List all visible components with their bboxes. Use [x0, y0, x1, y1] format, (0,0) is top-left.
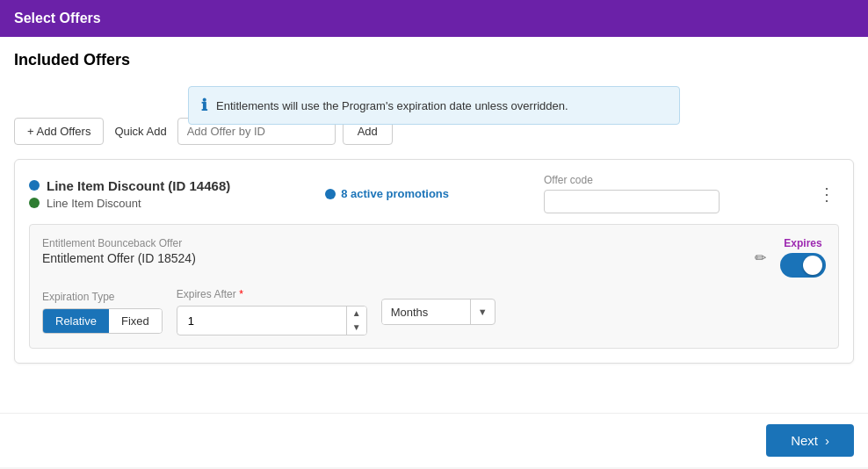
info-banner-text: Entitlements will use the Program's expi…	[216, 99, 568, 112]
toggle-slider	[780, 253, 826, 278]
fixed-button[interactable]: Fixed	[109, 309, 162, 333]
edit-icon[interactable]: ✏	[755, 249, 766, 266]
entitlement-title: Entitlement Bounceback Offer	[42, 237, 196, 249]
next-button[interactable]: Next ›	[766, 424, 854, 457]
entitlement-right: ✏ Expires	[755, 237, 826, 278]
required-star: *	[239, 288, 243, 300]
offer-title-section: Line Item Discount (ID 14468) Line Item …	[29, 178, 230, 210]
offer-code-section: Offer code	[544, 174, 720, 213]
status-dot-blue	[29, 180, 40, 191]
bottom-bar: Next ›	[0, 413, 868, 467]
quick-add-label: Quick Add	[111, 125, 170, 138]
expires-after-label: Expires After *	[177, 288, 367, 300]
content-area: Included Offers ℹ Entitlements will use …	[0, 37, 868, 467]
offer-card: Line Item Discount (ID 14468) Line Item …	[14, 159, 854, 364]
expires-after-input[interactable]	[177, 309, 346, 333]
add-offers-button[interactable]: + Add Offers	[14, 118, 104, 145]
expiration-type-buttons: Relative Fixed	[42, 308, 163, 334]
expiration-type-wrapper: Expiration Type Relative Fixed	[42, 291, 163, 334]
expires-section: Expires	[780, 237, 826, 278]
expires-after-input-wrapper: ▲ ▼	[177, 306, 367, 336]
entitlement-name: Entitlement Offer (ID 18524)	[42, 251, 196, 265]
offer-title: Line Item Discount (ID 14468)	[29, 178, 230, 193]
info-icon: ℹ	[201, 96, 207, 115]
number-arrows: ▲ ▼	[346, 307, 366, 335]
expires-toggle[interactable]	[780, 253, 826, 278]
decrement-button[interactable]: ▼	[347, 321, 366, 335]
expiration-type-label: Expiration Type	[42, 291, 163, 303]
page-header: Select Offers	[0, 0, 868, 37]
more-options-icon[interactable]: ⋮	[814, 180, 839, 208]
offer-code-label: Offer code	[544, 174, 720, 186]
offer-header: Line Item Discount (ID 14468) Line Item …	[29, 174, 839, 213]
relative-button[interactable]: Relative	[43, 309, 109, 333]
expiration-row: Expiration Type Relative Fixed Expires A…	[42, 288, 826, 336]
entitlement-section: Entitlement Bounceback Offer Entitlement…	[29, 224, 839, 349]
entitlement-header: Entitlement Bounceback Offer Entitlement…	[42, 237, 826, 278]
offer-code-input[interactable]	[544, 190, 720, 213]
promotions-badge: 8 active promotions	[325, 187, 449, 200]
months-select[interactable]: Days Weeks Months Years	[382, 300, 470, 324]
status-dot-green	[29, 198, 40, 208]
months-select-wrapper: Days Weeks Months Years ▼	[381, 299, 495, 325]
increment-button[interactable]: ▲	[347, 307, 366, 321]
included-offers-title: Included Offers	[14, 51, 854, 69]
expires-after-section: Expires After * ▲ ▼	[177, 288, 367, 336]
next-arrow-icon: ›	[825, 433, 829, 448]
entitlement-info: Entitlement Bounceback Offer Entitlement…	[42, 237, 196, 265]
page-title: Select Offers	[14, 11, 101, 25]
promotions-dot	[325, 189, 336, 199]
expires-label: Expires	[784, 237, 821, 249]
info-banner: ℹ Entitlements will use the Program's ex…	[188, 86, 680, 125]
select-arrow-icon: ▼	[470, 299, 495, 324]
offer-subtitle: Line Item Discount	[29, 197, 230, 210]
